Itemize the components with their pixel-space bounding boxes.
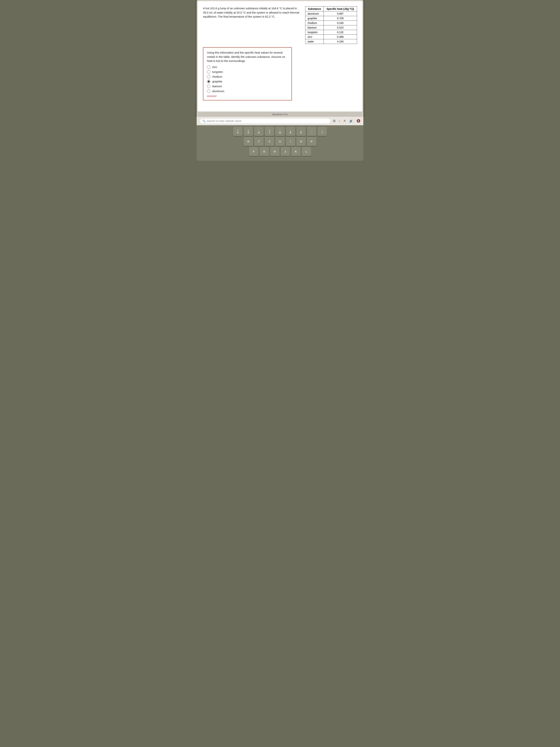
new-tab-icon[interactable]: ⊞ bbox=[333, 119, 336, 123]
keyboard: $4%5^6&7*8(9)0–-+= RTYUIOP FGHJKL bbox=[197, 125, 363, 161]
key-=[interactable]: += bbox=[317, 127, 327, 136]
radio-label-rhodium: rhodium bbox=[212, 75, 222, 78]
radio-circle-aluminum[interactable] bbox=[207, 89, 210, 93]
radio-circle-rhodium[interactable] bbox=[207, 75, 210, 78]
key-G[interactable]: G bbox=[260, 147, 269, 156]
top-content-area: A hot 101.6 g lump of an unknown substan… bbox=[203, 6, 357, 44]
macbook-label: MacBook Pro bbox=[198, 111, 362, 117]
specific-heat-table: Substance Specific heat (J/(g·°C)) alumi… bbox=[305, 6, 357, 44]
browser-bar: 🔍 Search or enter website name ⊞ ‹ ✳ 🔊 🔇 bbox=[197, 117, 363, 125]
radio-label-tungsten: tungsten bbox=[212, 70, 223, 73]
table-cell-2-0: rhodium bbox=[305, 21, 324, 25]
table-cell-0-0: aluminum bbox=[305, 11, 324, 16]
key-L[interactable]: L bbox=[302, 147, 311, 156]
key-8[interactable]: *8 bbox=[275, 127, 285, 136]
radio-option-aluminum[interactable]: aluminum bbox=[207, 89, 288, 93]
key-Y[interactable]: Y bbox=[265, 137, 274, 146]
key-U[interactable]: U bbox=[275, 137, 285, 146]
keyboard-row-numbers: $4%5^6&7*8(9)0–-+= bbox=[198, 127, 362, 136]
feedback-label: Incorrect bbox=[207, 95, 288, 98]
radio-option-graphite[interactable]: graphite bbox=[207, 80, 288, 83]
radio-circle-zinc[interactable] bbox=[207, 66, 210, 69]
volume-icon[interactable]: 🔊 bbox=[349, 119, 353, 123]
key-K[interactable]: K bbox=[291, 147, 301, 156]
search-icon: 🔍 bbox=[203, 120, 206, 123]
screen-content: A hot 101.6 g lump of an unknown substan… bbox=[198, 1, 362, 111]
table-cell-1-1: 0.709 bbox=[324, 16, 357, 21]
key-5[interactable]: %5 bbox=[243, 127, 253, 136]
options-container: zinctungstenrhodiumgraphitetitaniumalumi… bbox=[207, 66, 288, 93]
key-I[interactable]: I bbox=[286, 137, 295, 146]
radio-circle-titanium[interactable] bbox=[207, 85, 210, 88]
radio-label-titanium: titanium bbox=[212, 85, 222, 88]
table-cell-3-1: 0.523 bbox=[324, 25, 357, 30]
key-0[interactable]: )0 bbox=[296, 127, 306, 136]
key-P[interactable]: P bbox=[307, 137, 317, 146]
search-box[interactable]: 🔍 Search or enter website name bbox=[199, 118, 331, 124]
key-T[interactable]: T bbox=[254, 137, 264, 146]
radio-circle-graphite[interactable] bbox=[207, 80, 210, 83]
table-header-substance: Substance bbox=[305, 6, 324, 11]
table-cell-6-1: 4.184 bbox=[324, 39, 357, 44]
key-F[interactable]: F bbox=[249, 147, 259, 156]
table-cell-1-0: graphite bbox=[305, 16, 324, 21]
table-cell-4-0: tungsten bbox=[305, 30, 324, 35]
table-cell-3-0: titanium bbox=[305, 25, 324, 30]
search-placeholder: Search or enter website name bbox=[207, 120, 241, 123]
mute-icon[interactable]: 🔇 bbox=[356, 119, 361, 123]
table-cell-6-0: water bbox=[305, 39, 324, 44]
radio-label-aluminum: aluminum bbox=[212, 89, 224, 93]
key-H[interactable]: H bbox=[270, 147, 279, 156]
key-6[interactable]: ^6 bbox=[254, 127, 264, 136]
radio-option-titanium[interactable]: titanium bbox=[207, 85, 288, 88]
radio-option-zinc[interactable]: zinc bbox=[207, 66, 288, 69]
table-header-specific-heat: Specific heat (J/(g·°C)) bbox=[324, 6, 357, 11]
radio-circle-tungsten[interactable] bbox=[207, 70, 210, 74]
answer-box: Using this information and the specific … bbox=[203, 47, 292, 100]
key-O[interactable]: O bbox=[296, 137, 306, 146]
table-cell-5-1: 0.388 bbox=[324, 35, 357, 39]
laptop-screen: A hot 101.6 g lump of an unknown substan… bbox=[197, 0, 363, 117]
key-J[interactable]: J bbox=[281, 147, 290, 156]
table-cell-2-1: 0.243 bbox=[324, 21, 357, 25]
table-cell-4-1: 0.132 bbox=[324, 30, 357, 35]
radio-option-tungsten[interactable]: tungsten bbox=[207, 70, 288, 74]
question-paragraph: A hot 101.6 g lump of an unknown substan… bbox=[203, 6, 305, 19]
key-7[interactable]: &7 bbox=[265, 127, 274, 136]
key-9[interactable]: (9 bbox=[286, 127, 295, 136]
keyboard-row-fghjkl: FGHJKL bbox=[198, 147, 362, 156]
keyboard-row-rtyuiop: RTYUIOP bbox=[198, 137, 362, 146]
key--[interactable]: –- bbox=[307, 127, 317, 136]
answer-prompt: Using this information and the specific … bbox=[207, 51, 288, 63]
key-4[interactable]: $4 bbox=[233, 127, 243, 136]
table-cell-5-0: zinc bbox=[305, 35, 324, 39]
table-cell-0-1: 0.897 bbox=[324, 11, 357, 16]
browser-icons: ⊞ ‹ ✳ 🔊 🔇 bbox=[333, 119, 361, 123]
radio-label-zinc: zinc bbox=[212, 66, 217, 69]
key-R[interactable]: R bbox=[243, 137, 253, 146]
settings-icon[interactable]: ✳ bbox=[343, 119, 346, 123]
back-icon[interactable]: ‹ bbox=[339, 119, 340, 123]
radio-label-graphite: graphite bbox=[212, 80, 222, 83]
radio-option-rhodium[interactable]: rhodium bbox=[207, 75, 288, 78]
